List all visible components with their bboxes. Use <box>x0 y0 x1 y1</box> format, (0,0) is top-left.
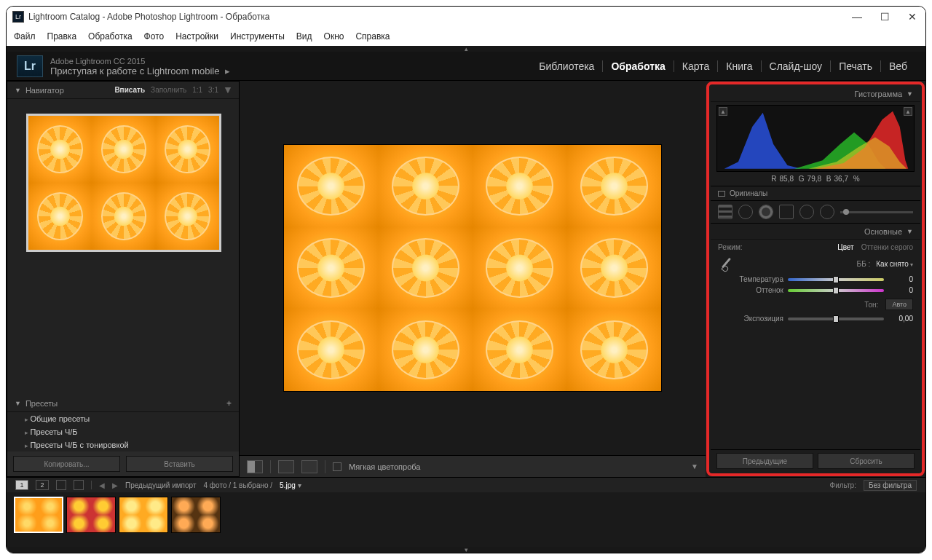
wb-dropdown[interactable]: Как снято <box>876 260 913 268</box>
menu-file[interactable]: Файл <box>14 31 36 42</box>
crop-tool-icon[interactable] <box>718 205 732 219</box>
filmstrip-thumb[interactable] <box>119 497 168 533</box>
temperature-slider[interactable] <box>788 278 884 281</box>
module-book[interactable]: Книга <box>718 60 761 72</box>
grid-view-icon-2[interactable] <box>74 480 84 490</box>
wb-eyedropper-icon[interactable] <box>718 256 737 271</box>
filmstrip-count: 4 фото / 1 выбрано / <box>204 481 273 489</box>
module-develop[interactable]: Обработка <box>603 60 674 72</box>
zoom-more-icon[interactable]: ⯆ <box>224 86 232 94</box>
navigator-title: Навигатор <box>25 86 64 95</box>
menu-tools[interactable]: Инструменты <box>230 31 285 42</box>
exposure-slider[interactable] <box>788 318 884 320</box>
originals-row[interactable]: Оригиналы <box>711 186 920 201</box>
preset-folder[interactable]: Пресеты Ч/Б с тонировкой <box>7 438 239 451</box>
monitor-2-button[interactable]: 2 <box>36 480 49 490</box>
zoom-fill[interactable]: Заполнить <box>151 86 186 94</box>
copy-settings-button[interactable]: Копировать... <box>13 456 120 472</box>
radial-tool-icon[interactable] <box>799 205 814 219</box>
previous-button[interactable]: Предыдущие <box>716 453 813 469</box>
module-print[interactable]: Печать <box>831 60 881 72</box>
brand-arrow-icon[interactable]: ▸ <box>225 66 230 76</box>
paste-settings-button[interactable]: Вставить <box>126 456 233 472</box>
histogram-display[interactable]: ▲ ▲ <box>716 105 915 172</box>
top-panel-grip[interactable] <box>7 46 925 52</box>
brand-line2[interactable]: Приступая к работе с Lightroom mobile <box>50 66 219 76</box>
filter-label: Фильтр: <box>830 481 856 489</box>
spot-tool-icon[interactable] <box>738 205 753 219</box>
reset-button[interactable]: Сбросить <box>818 453 915 469</box>
module-library[interactable]: Библиотека <box>531 60 603 72</box>
zoom-1-1[interactable]: 1:1 <box>192 86 202 94</box>
tint-value[interactable]: 0 <box>888 286 913 294</box>
nav-fwd-icon[interactable]: ▶ <box>112 481 118 489</box>
close-button[interactable]: ✕ <box>905 11 920 23</box>
temperature-label: Температура <box>718 275 783 283</box>
navigator-collapse-icon[interactable]: ▼ <box>15 87 21 94</box>
filmstrip-thumb[interactable] <box>171 497 221 533</box>
basic-header[interactable]: Основные ▼ <box>711 224 920 240</box>
presets-header[interactable]: ▼ Пресеты + <box>7 395 239 412</box>
preset-folder[interactable]: Общие пресеты <box>7 412 239 425</box>
grid-view-icon[interactable] <box>56 480 66 490</box>
main-image-preview[interactable] <box>283 144 662 392</box>
menu-help[interactable]: Справка <box>355 31 390 42</box>
histogram-title: Гистограмма <box>855 90 903 98</box>
tint-slider[interactable] <box>788 289 884 292</box>
exposure-label: Экспозиция <box>718 315 783 323</box>
softproof-checkbox[interactable] <box>333 462 341 471</box>
module-map[interactable]: Карта <box>674 60 718 72</box>
tool-size-slider[interactable] <box>840 211 913 213</box>
filter-dropdown[interactable]: Без фильтра <box>864 480 917 491</box>
toolbar-dropdown-icon[interactable]: ▼ <box>691 462 698 470</box>
menu-edit[interactable]: Правка <box>47 31 77 42</box>
treatment-color[interactable]: Цвет <box>837 243 853 251</box>
basic-collapse-icon[interactable]: ▼ <box>907 228 913 235</box>
add-preset-icon[interactable]: + <box>226 398 232 409</box>
histogram-header[interactable]: Гистограмма ▼ <box>711 86 920 102</box>
menu-window[interactable]: Окно <box>324 31 344 42</box>
loupe-view-icon[interactable] <box>247 460 263 473</box>
zoom-fit[interactable]: Вписать <box>114 86 145 94</box>
menu-photo[interactable]: Фото <box>144 31 165 42</box>
monitor-1-button[interactable]: 1 <box>15 480 28 490</box>
treatment-label: Режим: <box>718 243 743 251</box>
presets-collapse-icon[interactable]: ▼ <box>15 400 21 407</box>
filmstrip-thumb[interactable] <box>66 497 116 533</box>
minimize-button[interactable]: — <box>850 11 864 23</box>
gradient-tool-icon[interactable] <box>779 205 794 219</box>
preset-folder[interactable]: Пресеты Ч/Б <box>7 425 239 438</box>
module-picker: Библиотека Обработка Карта Книга Слайд-ш… <box>531 60 915 72</box>
develop-panel-highlight: Гистограмма ▼ ▲ ▲ R85, <box>706 82 925 476</box>
softproof-label: Мягкая цветопроба <box>349 462 420 471</box>
rgb-readout: R85,8 G79,8 B36,7 % <box>711 173 920 186</box>
module-slideshow[interactable]: Слайд-шоу <box>762 60 832 72</box>
temperature-value[interactable]: 0 <box>888 275 913 283</box>
zoom-3-1[interactable]: 3:1 <box>208 86 218 94</box>
tone-label: Тон: <box>864 301 878 309</box>
menu-settings[interactable]: Настройки <box>175 31 218 42</box>
navigator-header[interactable]: ▼ Навигатор Вписать Заполнить 1:1 3:1 ⯆ <box>7 82 239 99</box>
maximize-button[interactable]: ☐ <box>877 11 892 23</box>
brush-tool-icon[interactable] <box>820 205 834 219</box>
nav-back-icon[interactable]: ◀ <box>99 481 105 489</box>
module-web[interactable]: Веб <box>881 60 915 72</box>
before-after-tb-icon[interactable] <box>301 460 317 473</box>
menu-view[interactable]: Вид <box>296 31 312 42</box>
exposure-value[interactable]: 0,00 <box>888 315 913 323</box>
originals-checkbox-icon[interactable] <box>718 191 725 197</box>
filmstrip-source[interactable]: Предыдущий импорт <box>125 481 197 489</box>
presets-title: Пресеты <box>25 399 58 408</box>
filmstrip-thumb[interactable] <box>14 497 63 533</box>
histogram-collapse-icon[interactable]: ▼ <box>907 90 913 98</box>
bottom-panel-grip[interactable] <box>7 547 925 553</box>
before-after-lr-icon[interactable] <box>278 460 294 473</box>
navigator-preview[interactable] <box>7 99 239 259</box>
menubar: Файл Правка Обработка Фото Настройки Инс… <box>7 27 925 46</box>
redeye-tool-icon[interactable] <box>759 205 773 219</box>
wb-label: ББ : <box>857 260 871 268</box>
center-canvas-area: Мягкая цветопроба ▼ <box>240 81 706 477</box>
treatment-gray[interactable]: Оттенки серого <box>861 243 913 251</box>
menu-develop[interactable]: Обработка <box>88 31 133 42</box>
auto-tone-button[interactable]: Авто <box>885 299 913 310</box>
